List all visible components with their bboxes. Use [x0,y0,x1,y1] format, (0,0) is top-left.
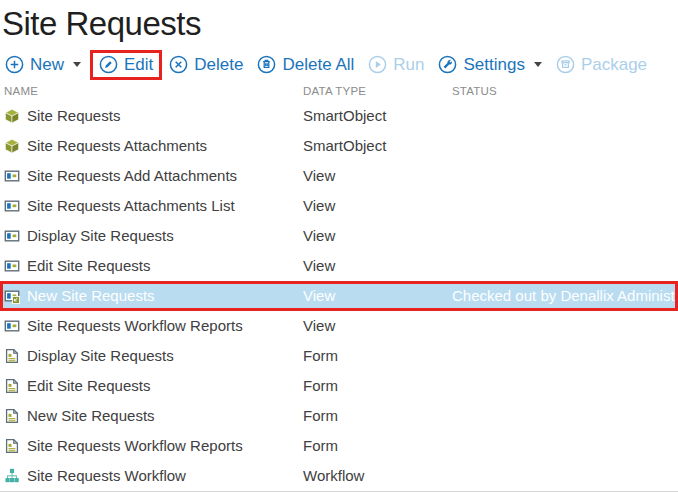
column-header-status: STATUS [452,85,678,97]
row-name: Site Requests Workflow Reports [27,317,243,334]
row-data-type: View [303,227,452,244]
view-icon [4,168,20,184]
workflow-icon [4,468,20,484]
row-data-type: Form [303,407,452,424]
chevron-down-icon[interactable] [534,62,542,67]
run-play-circle-icon [368,55,387,74]
row-data-type: View [303,287,452,304]
row-data-type: View [303,257,452,274]
table-row[interactable]: Site Requests Attachments SmartObject [0,131,678,161]
table-row[interactable]: Site Requests Add Attachments View [0,161,678,191]
toolbar-button-delete-all[interactable]: Delete All [252,53,359,77]
form-icon [4,408,20,424]
delete-all-trash-circle-icon [257,55,276,74]
view-icon [4,228,20,244]
form-icon [4,348,20,364]
table-row[interactable]: Display Site Requests View [0,221,678,251]
row-name: Site Requests Attachments [27,137,207,154]
form-icon [4,438,20,454]
column-header-name: NAME [4,85,303,97]
package-box-circle-icon [556,55,575,74]
toolbar-button-package[interactable]: Package [551,53,652,77]
row-name: Edit Site Requests [27,377,150,394]
row-name: Site Requests Add Attachments [27,167,237,184]
row-name: Display Site Requests [27,347,174,364]
toolbar-button-delete[interactable]: Delete [164,53,248,77]
row-name: Site Requests Workflow Reports [27,437,243,454]
table-row[interactable]: New Site Requests Form [0,401,678,431]
view-icon [4,318,20,334]
item-list: Site Requests SmartObject Site Requests … [0,101,678,492]
row-name: Edit Site Requests [27,257,150,274]
row-status: Checked out by Denallix Administrat... [452,287,675,304]
row-name: Site Requests Workflow [27,467,186,484]
site-requests-page: Site Requests New Edit Delete Delete All… [0,3,678,495]
table-row[interactable]: Site Requests Workflow Workflow [0,461,678,491]
chevron-down-icon[interactable] [73,62,81,67]
toolbar-button-run[interactable]: Run [363,53,429,77]
edit-pencil-circle-icon [99,55,118,74]
row-data-type: SmartObject [303,137,452,154]
form-icon [4,378,20,394]
table-row[interactable]: New Site Requests View Checked out by De… [0,281,678,311]
row-name: Display Site Requests [27,227,174,244]
row-data-type: Form [303,347,452,364]
view-icon [4,258,20,274]
row-name: New Site Requests [27,407,155,424]
row-data-type: Form [303,377,452,394]
toolbar-button-settings[interactable]: Settings [433,53,546,77]
row-data-type: Workflow [303,467,452,484]
column-header-data-type: DATA TYPE [303,85,452,97]
row-name: Site Requests Attachments List [27,197,235,214]
table-header: NAME DATA TYPE STATUS [0,82,678,101]
row-data-type: SmartObject [303,107,452,124]
row-data-type: View [303,317,452,334]
toolbar: New Edit Delete Delete All Run Settings … [0,48,678,82]
row-data-type: View [303,197,452,214]
table-row[interactable]: Edit Site Requests Form [0,371,678,401]
page-title: Site Requests [2,3,678,46]
row-name: Site Requests [27,107,120,124]
row-data-type: View [303,167,452,184]
smartobject-icon [4,138,20,154]
table-row[interactable]: Site Requests Workflow Reports Form [0,431,678,461]
view-icon [4,198,20,214]
table-row[interactable]: Edit Site Requests View [0,251,678,281]
table-row[interactable]: Site Requests Workflow Reports View [0,311,678,341]
table-row[interactable]: Site Requests Attachments List View [0,191,678,221]
table-row[interactable]: Display Site Requests Form [0,341,678,371]
toolbar-button-edit[interactable]: Edit [90,50,162,80]
row-name: New Site Requests [27,287,155,304]
toolbar-button-new[interactable]: New [0,53,86,77]
table-row[interactable]: Site Requests SmartObject [0,101,678,131]
new-plus-circle-icon [5,55,24,74]
smartobject-icon [4,108,20,124]
row-data-type: Form [303,437,452,454]
delete-x-circle-icon [169,55,188,74]
view-checked-out-icon [4,288,20,304]
settings-wrench-circle-icon [438,55,457,74]
